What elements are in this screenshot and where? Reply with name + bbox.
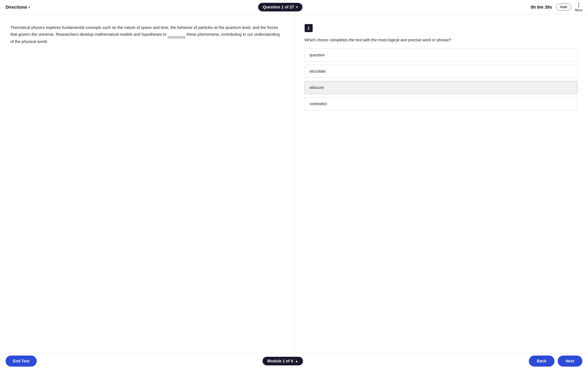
header: Directions ▾ Question 1 of 27 ▾ 0h 0m 39… [0, 0, 588, 14]
question-dropdown-icon: ▾ [296, 5, 298, 9]
directions-button[interactable]: Directions ▾ [6, 5, 30, 10]
main-content: Theoretical physics explores fundamental… [0, 14, 588, 353]
answer-choice-A[interactable]: question [305, 49, 578, 62]
answer-choice-C-text: obscure [310, 85, 324, 90]
more-menu-button[interactable]: ⋮ More [575, 2, 582, 12]
next-button[interactable]: Next [558, 356, 582, 367]
passage-blank: ________ [168, 31, 186, 38]
answer-choice-B-text: elucidate [310, 69, 326, 73]
answer-choice-A-text: question [310, 53, 325, 57]
directions-label: Directions [6, 5, 27, 10]
answer-choice-B[interactable]: elucidate [305, 65, 578, 78]
answer-choice-D-text: contradict [310, 102, 327, 106]
passage-text: Theoretical physics explores fundamental… [10, 24, 284, 45]
question-prompt: Which choice completes the text with the… [305, 37, 578, 43]
timer-display: 0h 0m 39s [531, 5, 552, 10]
passage-panel: Theoretical physics explores fundamental… [0, 14, 294, 353]
footer-nav-buttons: Back Next [529, 356, 582, 367]
question-number-badge: 1 [305, 24, 313, 32]
header-right: 0h 0m 39s Hide ⋮ More [531, 2, 582, 12]
module-progress-pill[interactable]: Module 1 of 4 ▲ [262, 357, 303, 365]
back-button[interactable]: Back [529, 356, 555, 367]
question-panel: 1 Which choice completes the text with t… [294, 14, 588, 353]
header-center: Question 1 of 27 ▾ [258, 3, 303, 11]
more-dots-icon: ⋮ [576, 2, 582, 8]
module-chevron-up-icon: ▲ [295, 359, 298, 363]
question-progress-pill[interactable]: Question 1 of 27 ▾ [258, 3, 303, 11]
question-progress-label: Question 1 of 27 [263, 5, 294, 10]
answer-choice-C[interactable]: obscure [305, 81, 578, 94]
answer-choice-D[interactable]: contradict [305, 97, 578, 110]
more-label: More [575, 9, 582, 12]
module-progress-label: Module 1 of 4 [267, 359, 293, 363]
end-test-button[interactable]: End Test [6, 356, 37, 367]
chevron-down-icon: ▾ [29, 6, 30, 9]
footer: End Test Module 1 of 4 ▲ Back Next [0, 353, 588, 369]
hide-button[interactable]: Hide [556, 4, 571, 11]
